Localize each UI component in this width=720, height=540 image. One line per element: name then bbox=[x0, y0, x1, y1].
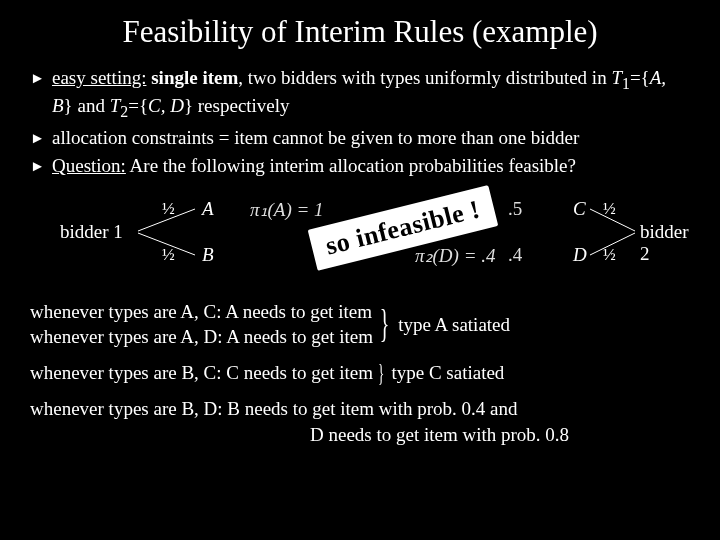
case-AD: whenever types are A, D: A needs to get … bbox=[30, 324, 373, 350]
bullet-icon: ► bbox=[30, 126, 52, 150]
satiated-C-row: whenever types are B, C: C needs to get … bbox=[30, 360, 690, 386]
b3-text: Are the following interim allocation pro… bbox=[126, 155, 576, 176]
allocation-diagram: bidder 1 bidder 2 ½ ½ A B π₁(A) = 1 π₂(D… bbox=[30, 191, 690, 281]
case-BD-line2: D needs to get item with prob. 0.8 bbox=[30, 422, 690, 448]
brace-icon: } bbox=[378, 360, 384, 386]
prob-A: ½ bbox=[162, 199, 175, 219]
type-D: D bbox=[573, 244, 587, 266]
bullet-icon: ► bbox=[30, 66, 52, 122]
pi1-label: π₁(A) = 1 bbox=[250, 198, 324, 221]
slide-title: Feasibility of Interim Rules (example) bbox=[30, 14, 690, 50]
value-top: .5 bbox=[508, 198, 522, 220]
case-BD-line1: whenever types are B, D: B needs to get … bbox=[30, 396, 690, 422]
bullet-3: ► Question: Are the following interim al… bbox=[30, 154, 690, 178]
b1-label: easy setting: bbox=[52, 67, 146, 88]
b1-CD: C, D bbox=[148, 95, 184, 116]
bullet-icon: ► bbox=[30, 154, 52, 178]
value-bottom: .4 bbox=[508, 244, 522, 266]
pi2-label: π₂(D) = .4 bbox=[415, 244, 495, 267]
case-AC: whenever types are A, C: A needs to get … bbox=[30, 299, 373, 325]
satiated-A-row: whenever types are A, C: A needs to get … bbox=[30, 299, 690, 350]
b2-text: allocation constraints = item cannot be … bbox=[52, 126, 690, 150]
type-C: C bbox=[573, 198, 586, 220]
b1-text: , two bidders with types uniformly distr… bbox=[238, 67, 611, 88]
b1-bold: single item bbox=[146, 67, 238, 88]
bullet-list: ► easy setting: single item, two bidders… bbox=[30, 66, 690, 179]
prob-C: ½ bbox=[603, 199, 616, 219]
type-C-satiated: type C satiated bbox=[391, 360, 504, 386]
type-A: A bbox=[202, 198, 214, 220]
prob-B: ½ bbox=[162, 245, 175, 265]
case-BC: whenever types are B, C: C needs to get … bbox=[30, 360, 373, 386]
prob-D: ½ bbox=[603, 245, 616, 265]
bidder2-label: bidder 2 bbox=[640, 221, 690, 265]
b1-T2: T bbox=[110, 95, 121, 116]
b1-T1: T bbox=[611, 67, 622, 88]
bullet-2: ► allocation constraints = item cannot b… bbox=[30, 126, 690, 150]
bullet-1: ► easy setting: single item, two bidders… bbox=[30, 66, 690, 122]
brace-icon: } bbox=[380, 304, 390, 344]
b1-resp: } respectively bbox=[184, 95, 290, 116]
b1-eq1: ={ bbox=[630, 67, 650, 88]
bidder1-label: bidder 1 bbox=[60, 221, 123, 243]
b1-and: } and bbox=[64, 95, 110, 116]
type-A-satiated: type A satiated bbox=[398, 312, 510, 338]
type-B: B bbox=[202, 244, 214, 266]
b3-label: Question: bbox=[52, 155, 126, 176]
b1-eq2: ={ bbox=[128, 95, 148, 116]
reasoning-block: whenever types are A, C: A needs to get … bbox=[30, 299, 690, 448]
